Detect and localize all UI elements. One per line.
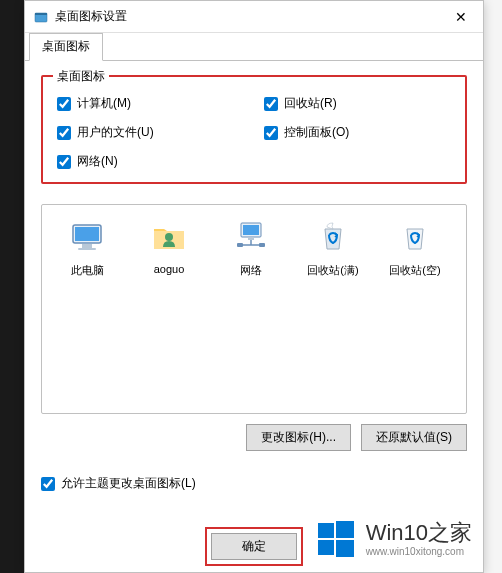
watermark-text: Win10之家 www.win10xitong.com bbox=[366, 520, 472, 558]
checkbox-recycle-input[interactable] bbox=[264, 97, 278, 111]
window-icon bbox=[33, 9, 49, 25]
svg-rect-15 bbox=[336, 521, 354, 538]
monitor-icon bbox=[67, 217, 107, 257]
icon-recycle-full-label: 回收站(满) bbox=[307, 263, 358, 278]
desktop-icons-group: 桌面图标 计算机(M) 回收站(R) 用户的文件(U) 控制面板(O) bbox=[41, 75, 467, 184]
checkbox-computer-input[interactable] bbox=[57, 97, 71, 111]
checkbox-recycle[interactable]: 回收站(R) bbox=[264, 95, 451, 112]
restore-default-button[interactable]: 还原默认值(S) bbox=[361, 424, 467, 451]
tab-desktop-icons[interactable]: 桌面图标 bbox=[29, 33, 103, 61]
recycle-full-icon bbox=[313, 217, 353, 257]
icon-user[interactable]: aoguo bbox=[132, 217, 206, 275]
allow-theme-checkbox[interactable]: 允许主题更改桌面图标(L) bbox=[41, 475, 467, 492]
svg-rect-14 bbox=[318, 523, 334, 538]
icon-buttons-row: 更改图标(H)... 还原默认值(S) bbox=[41, 424, 467, 451]
svg-rect-1 bbox=[35, 13, 47, 15]
windows-logo-icon bbox=[316, 519, 356, 559]
svg-rect-3 bbox=[75, 227, 99, 241]
watermark-brand: Win10之家 bbox=[366, 520, 472, 546]
change-icon-button[interactable]: 更改图标(H)... bbox=[246, 424, 351, 451]
checkbox-network-label: 网络(N) bbox=[77, 153, 118, 170]
checkbox-controlpanel-input[interactable] bbox=[264, 126, 278, 140]
ok-button[interactable]: 确定 bbox=[211, 533, 297, 560]
content-area: 桌面图标 计算机(M) 回收站(R) 用户的文件(U) 控制面板(O) bbox=[25, 61, 483, 506]
icon-thispc[interactable]: 此电脑 bbox=[50, 217, 124, 278]
group-title: 桌面图标 bbox=[53, 68, 109, 85]
icon-recycle-empty-label: 回收站(空) bbox=[389, 263, 440, 278]
window-title: 桌面图标设置 bbox=[55, 8, 447, 25]
svg-rect-17 bbox=[336, 540, 354, 557]
checkbox-network-input[interactable] bbox=[57, 155, 71, 169]
tab-bar: 桌面图标 bbox=[25, 33, 483, 61]
dialog-window: 桌面图标设置 ✕ 桌面图标 桌面图标 计算机(M) 回收站(R) 用户的文件(U… bbox=[24, 0, 484, 573]
icon-network-label: 网络 bbox=[240, 263, 262, 278]
svg-rect-4 bbox=[82, 244, 92, 248]
allow-theme-input[interactable] bbox=[41, 477, 55, 491]
svg-rect-5 bbox=[78, 248, 96, 250]
svg-rect-8 bbox=[243, 225, 259, 235]
icon-thispc-label: 此电脑 bbox=[71, 263, 104, 278]
checkbox-controlpanel[interactable]: 控制面板(O) bbox=[264, 124, 451, 141]
checkbox-recycle-label: 回收站(R) bbox=[284, 95, 337, 112]
svg-point-6 bbox=[165, 233, 173, 241]
network-icon bbox=[231, 217, 271, 257]
user-folder-icon bbox=[149, 217, 189, 257]
titlebar: 桌面图标设置 ✕ bbox=[25, 1, 483, 33]
checkbox-userfiles-label: 用户的文件(U) bbox=[77, 124, 154, 141]
checkbox-userfiles[interactable]: 用户的文件(U) bbox=[57, 124, 244, 141]
icon-network[interactable]: 网络 bbox=[214, 217, 288, 278]
watermark-url: www.win10xitong.com bbox=[366, 546, 472, 558]
checkbox-controlpanel-label: 控制面板(O) bbox=[284, 124, 349, 141]
svg-rect-12 bbox=[259, 243, 265, 247]
icon-preview-panel: 此电脑 aoguo bbox=[41, 204, 467, 414]
svg-rect-9 bbox=[248, 237, 254, 240]
checkbox-network[interactable]: 网络(N) bbox=[57, 153, 244, 170]
svg-rect-11 bbox=[237, 243, 243, 247]
watermark: Win10之家 www.win10xitong.com bbox=[316, 519, 472, 559]
icon-user-label: aoguo bbox=[154, 263, 185, 275]
checkbox-computer[interactable]: 计算机(M) bbox=[57, 95, 244, 112]
close-button[interactable]: ✕ bbox=[447, 5, 475, 29]
ok-button-highlight: 确定 bbox=[205, 527, 303, 566]
recycle-empty-icon bbox=[395, 217, 435, 257]
checkbox-computer-label: 计算机(M) bbox=[77, 95, 131, 112]
svg-rect-16 bbox=[318, 540, 334, 555]
icon-recycle-full[interactable]: 回收站(满) bbox=[296, 217, 370, 278]
icon-recycle-empty[interactable]: 回收站(空) bbox=[378, 217, 452, 278]
checkbox-userfiles-input[interactable] bbox=[57, 126, 71, 140]
allow-theme-label: 允许主题更改桌面图标(L) bbox=[61, 475, 196, 492]
